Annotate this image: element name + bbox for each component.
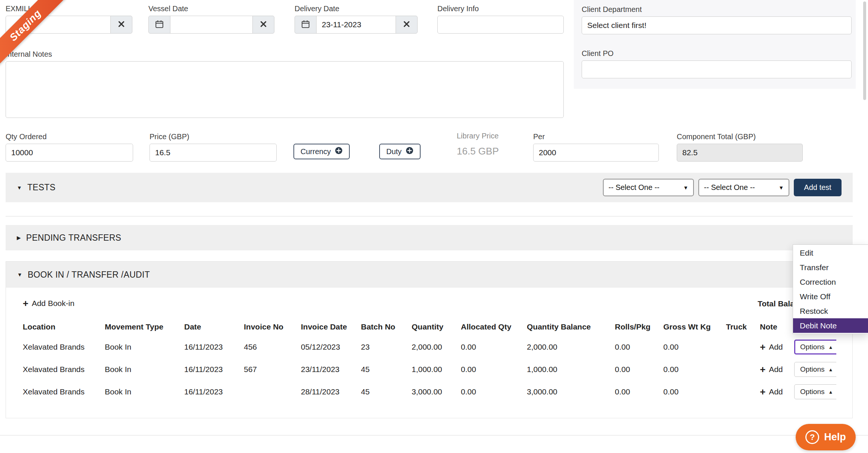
- cell-options: Options ▲: [794, 336, 836, 358]
- book-in-table: Location Movement Type Date Invoice No I…: [23, 318, 836, 403]
- add-note-label: Add: [769, 343, 783, 352]
- caret-up-icon: ▲: [828, 367, 833, 372]
- cell-quantity-balance: 2,000.00: [527, 336, 615, 358]
- delivery-date-calendar-button[interactable]: [295, 16, 317, 34]
- test-select-1-value: -- Select One --: [608, 183, 660, 192]
- col-gross-wt-kg: Gross Wt Kg: [663, 318, 726, 336]
- table-row: Xelavated Brands Book In 16/11/2023 456 …: [23, 336, 836, 358]
- test-select-1[interactable]: -- Select One -- ▼: [603, 179, 694, 196]
- vessel-date-clear-button[interactable]: [252, 16, 274, 34]
- delivery-date-input[interactable]: [316, 16, 396, 34]
- cell-rolls-pkg: 0.00: [615, 381, 663, 403]
- exmill-clear-button[interactable]: [110, 16, 132, 34]
- cell-gross-wt-kg: 0.00: [663, 358, 726, 381]
- cell-quantity: 2,000.00: [412, 336, 461, 358]
- test-select-2[interactable]: -- Select One -- ▼: [698, 179, 789, 196]
- currency-button[interactable]: Currency: [293, 144, 350, 159]
- add-book-in-label: Add Book-in: [32, 299, 74, 308]
- client-department-input[interactable]: [582, 16, 852, 34]
- menu-item-transfer[interactable]: Transfer: [793, 260, 868, 275]
- cell-note: + Add: [760, 381, 794, 403]
- tests-section-title: TESTS: [27, 182, 56, 193]
- cell-invoice-no: [244, 381, 301, 403]
- add-note-button[interactable]: + Add: [760, 365, 783, 374]
- plus-icon: +: [23, 299, 28, 308]
- col-movement-type: Movement Type: [105, 318, 184, 336]
- order-form-page: Client Department Client PO EXMILL Vesse…: [0, 0, 868, 453]
- library-price-label: Library Price: [457, 132, 499, 140]
- vessel-date-calendar-button[interactable]: [148, 16, 170, 34]
- cell-allocated-qty: 0.00: [461, 358, 527, 381]
- help-button[interactable]: ? Help: [796, 424, 856, 450]
- caret-up-icon: ▲: [828, 345, 833, 350]
- duty-button[interactable]: Duty: [379, 144, 421, 159]
- book-in-toggle[interactable]: ▼ BOOK IN / TRANSFER /AUDIT: [17, 270, 150, 280]
- add-note-button[interactable]: + Add: [760, 342, 783, 352]
- price-input[interactable]: [150, 144, 277, 162]
- per-input[interactable]: [533, 144, 659, 162]
- tests-section-bar: ▼ TESTS -- Select One -- ▼ -- Select One…: [6, 173, 853, 202]
- content-bottom-divider: [0, 435, 868, 435]
- options-button-open[interactable]: Options ▲: [794, 340, 836, 354]
- clear-icon: [403, 21, 410, 29]
- qty-ordered-input[interactable]: [6, 144, 133, 162]
- internal-notes-textarea[interactable]: [6, 61, 564, 118]
- menu-item-debit-note[interactable]: Debit Note: [793, 318, 868, 333]
- vessel-date-label: Vessel Date: [148, 4, 274, 13]
- cell-invoice-date: 23/11/2023: [301, 358, 361, 381]
- cell-truck: [726, 358, 760, 381]
- col-invoice-date: Invoice Date: [301, 318, 361, 336]
- client-panel: Client Department Client PO: [574, 0, 856, 89]
- menu-item-restock[interactable]: Restock: [793, 304, 868, 318]
- add-note-label: Add: [769, 387, 783, 396]
- cell-location: Xelavated Brands: [23, 358, 105, 381]
- plus-icon: +: [760, 365, 765, 374]
- cell-options: Options ▲: [794, 358, 836, 381]
- delivery-info-input[interactable]: [437, 16, 564, 34]
- options-button[interactable]: Options ▲: [794, 384, 836, 399]
- plus-icon: +: [760, 387, 765, 397]
- qty-ordered-label: Qty Ordered: [6, 132, 133, 141]
- cell-note: + Add: [760, 336, 794, 358]
- options-button-label: Options: [800, 343, 824, 351]
- chevron-right-icon: ▶: [17, 235, 21, 241]
- cell-quantity-balance: 3,000.00: [527, 381, 615, 403]
- menu-item-write-off[interactable]: Write Off: [793, 289, 868, 304]
- cell-batch-no: 45: [361, 381, 412, 403]
- question-mark-icon: ?: [805, 430, 819, 444]
- cell-allocated-qty: 0.00: [461, 381, 527, 403]
- calendar-icon: [301, 20, 310, 29]
- pending-transfers-toggle[interactable]: ▶ PENDING TRANSFERS: [17, 233, 121, 243]
- col-date: Date: [184, 318, 244, 336]
- plus-circle-icon: [335, 147, 343, 156]
- options-button[interactable]: Options ▲: [794, 362, 836, 377]
- delivery-date-clear-button[interactable]: [396, 16, 418, 34]
- pending-transfers-title: PENDING TRANSFERS: [26, 233, 121, 243]
- vessel-date-input[interactable]: [170, 16, 253, 34]
- cell-options: Options ▲: [794, 381, 836, 403]
- add-note-button[interactable]: + Add: [760, 387, 783, 397]
- delivery-date-label: Delivery Date: [295, 4, 418, 13]
- cell-invoice-no: 456: [244, 336, 301, 358]
- library-price-value: 16.5 GBP: [457, 146, 499, 157]
- cell-quantity-balance: 1,000.00: [527, 358, 615, 381]
- duty-button-label: Duty: [386, 147, 402, 156]
- per-label: Per: [533, 132, 659, 141]
- help-button-label: Help: [824, 431, 846, 443]
- client-po-input[interactable]: [582, 60, 852, 78]
- col-allocated-qty: Allocated Qty: [461, 318, 527, 336]
- add-test-button[interactable]: Add test: [794, 179, 842, 196]
- cell-location: Xelavated Brands: [23, 336, 105, 358]
- delivery-info-label: Delivery Info: [437, 4, 564, 13]
- col-location: Location: [23, 318, 105, 336]
- add-book-in-button[interactable]: + Add Book-in: [23, 299, 75, 308]
- cell-gross-wt-kg: 0.00: [663, 336, 726, 358]
- price-label: Price (GBP): [150, 132, 277, 141]
- menu-item-correction[interactable]: Correction: [793, 275, 868, 289]
- vertical-scrollbar[interactable]: [863, 1, 866, 100]
- client-po-label: Client PO: [582, 49, 852, 58]
- cell-date: 16/11/2023: [184, 381, 244, 403]
- tests-section-toggle[interactable]: ▼ TESTS: [17, 182, 56, 193]
- menu-item-edit[interactable]: Edit: [793, 246, 868, 260]
- plus-circle-icon: [406, 147, 413, 156]
